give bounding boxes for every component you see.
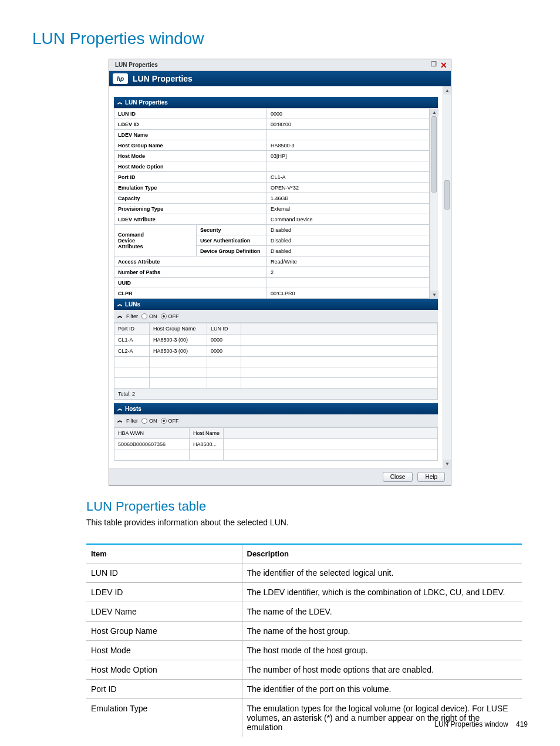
section-header-luns[interactable]: ︽ LUNs [114, 299, 438, 310]
prop-value: HA8500-3 [267, 140, 430, 151]
cell: The identifier of the selected logical u… [242, 563, 522, 583]
window-footer: Close Help [109, 468, 451, 485]
cell: The LDEV identifier, which is the combin… [242, 583, 522, 602]
col-header[interactable]: HBA WWN [114, 428, 190, 439]
cell: Host Mode Option [86, 660, 242, 680]
filter-label: Filter [126, 418, 138, 424]
table-header-row: HBA WWN Host Name [114, 428, 438, 439]
prop-label: LDEV ID [114, 119, 267, 130]
cell: HA8500-3 (00) [150, 335, 207, 346]
prop-value: 2 [267, 267, 430, 278]
lun-properties-table-heading: LUN Properties table [86, 499, 528, 514]
prop-value: Disabled [267, 246, 430, 256]
window-header-title: LUN Properties [133, 74, 193, 83]
prop-value: Read/Write [267, 256, 430, 267]
table-row: LDEV NameThe name of the LDEV. [86, 602, 522, 622]
properties-panel: LUN ID0000 LDEV ID00:80:00 LDEV Name Hos… [114, 108, 438, 299]
prop-value: 03[HP] [267, 151, 430, 161]
table-row-empty [114, 378, 438, 389]
prop-label: Port ID [114, 172, 267, 183]
filter-on-radio[interactable]: ON [141, 313, 157, 319]
window-body: ▲ ▼ ︽ LUN Properties LUN ID0000 LDEV ID0… [109, 86, 451, 468]
table-row[interactable]: CL2-A HA8500-3 (00) 0000 [114, 346, 438, 357]
table-row[interactable]: 50060B0000607356 HA8500... [114, 439, 438, 450]
cell: The name of the LDEV. [242, 602, 522, 622]
prop-label: Host Group Name [114, 140, 267, 151]
prop-label: Access Attribute [114, 256, 267, 267]
prop-value [267, 278, 430, 288]
cell: The name of the host group. [242, 622, 522, 641]
chevron-up-icon: ︽ [117, 301, 123, 308]
col-header[interactable]: Port ID [114, 323, 150, 335]
filter-off-radio[interactable]: OFF [161, 313, 179, 319]
cell: 0000 [207, 335, 241, 346]
prop-value: 1.46GB [267, 193, 430, 204]
prop-label: UUID [114, 278, 267, 288]
prop-label: Number of Paths [114, 267, 267, 278]
section-header-hosts[interactable]: ︽ Hosts [114, 403, 438, 414]
table-row: LDEV IDThe LDEV identifier, which is the… [86, 583, 522, 602]
cell: LDEV Name [86, 602, 242, 622]
properties-scrollbar[interactable]: ▲ ▼ [430, 108, 438, 299]
help-button[interactable]: Help [417, 472, 445, 482]
restore-icon[interactable]: ❐ [431, 60, 437, 70]
page-title: LUN Properties window [32, 29, 528, 48]
col-header[interactable]: LUN ID [207, 323, 241, 335]
prop-label: Host Mode [114, 151, 267, 161]
prop-label-group: Command Device Attributes [114, 225, 197, 256]
col-header: Item [86, 544, 242, 563]
cell: Emulation Type [86, 699, 242, 737]
table-row-empty [114, 357, 438, 367]
description-table: Item Description LUN IDThe identifier of… [86, 544, 522, 737]
cell: The emulation types for the logical volu… [242, 699, 522, 737]
cell: The number of host mode options that are… [242, 660, 522, 680]
prop-value: Disabled [267, 225, 430, 235]
prop-label: LDEV Attribute [114, 214, 267, 225]
prop-label: Emulation Type [114, 183, 267, 193]
table-row: Host Group NameThe name of the host grou… [86, 622, 522, 641]
col-header[interactable]: Host Group Name [150, 323, 207, 335]
table-header-row: Item Description [86, 544, 522, 563]
cell: 0000 [207, 346, 241, 357]
table-row: Host ModeThe host mode of the host group… [86, 641, 522, 660]
col-header-empty [241, 323, 438, 335]
prop-value: 00:80:00 [267, 119, 430, 130]
cell: 50060B0000607356 [114, 439, 190, 450]
total-label: Total: 2 [114, 389, 438, 400]
window-titlebar-text: LUN Properties [115, 62, 158, 68]
prop-value: CL1-A [267, 172, 430, 183]
prop-sublabel: Device Group Definition [197, 246, 267, 256]
col-header[interactable]: Host Name [190, 428, 224, 439]
table-row-empty [114, 367, 438, 378]
window-titlebar: LUN Properties ❐ ✕ [109, 59, 451, 71]
cell: CL2-A [114, 346, 150, 357]
chevron-up-icon: ︽ [117, 99, 123, 106]
prop-value: OPEN-V*32 [267, 183, 430, 193]
filter-on-radio[interactable]: ON [141, 418, 157, 424]
hosts-filter-bar: ︽ Filter ON OFF [114, 414, 438, 427]
hp-logo-icon: hp [113, 73, 128, 84]
page-number: 419 [516, 720, 528, 728]
cell: The host mode of the host group. [242, 641, 522, 660]
section-title: LUNs [125, 301, 140, 308]
cell: Host Group Name [86, 622, 242, 641]
chevron-up-icon: ︽ [117, 405, 123, 413]
col-header: Description [242, 544, 522, 563]
close-button[interactable]: Close [383, 472, 413, 482]
filter-off-radio[interactable]: OFF [161, 418, 179, 424]
prop-label: CLPR [114, 288, 267, 299]
outer-scrollbar[interactable]: ▲ ▼ [443, 86, 451, 468]
section-header-lun-properties[interactable]: ︽ LUN Properties [114, 97, 438, 108]
close-icon[interactable]: ✕ [440, 60, 447, 70]
hosts-table: HBA WWN Host Name 50060B0000607356 HA850… [114, 427, 438, 461]
table-row[interactable]: CL1-A HA8500-3 (00) 0000 [114, 335, 438, 346]
prop-sublabel: User Authentication [197, 235, 267, 246]
table-header-row: Port ID Host Group Name LUN ID [114, 323, 438, 335]
page-footer: LUN Properties window 419 [434, 720, 528, 728]
properties-table: LUN ID0000 LDEV ID00:80:00 LDEV Name Hos… [114, 108, 430, 299]
luns-table: Port ID Host Group Name LUN ID CL1-A HA8… [114, 323, 438, 400]
section-title: Hosts [125, 406, 141, 412]
prop-label: Capacity [114, 193, 267, 204]
table-row: LUN IDThe identifier of the selected log… [86, 563, 522, 583]
table-row-empty [114, 450, 438, 461]
